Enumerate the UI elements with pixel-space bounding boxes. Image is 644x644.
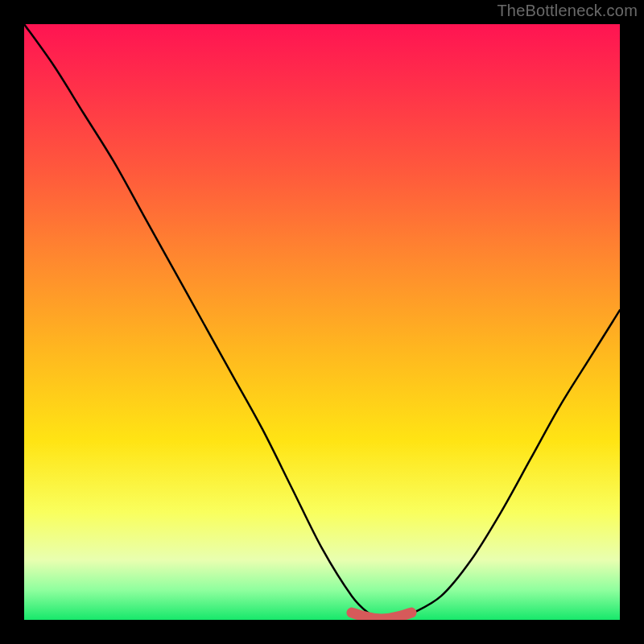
plot-area	[24, 24, 620, 620]
bottleneck-curve-path	[24, 24, 620, 620]
watermark-text: TheBottleneck.com	[497, 2, 638, 20]
chart-frame: TheBottleneck.com	[0, 0, 644, 644]
optimal-zone-path	[352, 613, 411, 619]
chart-svg	[24, 24, 620, 620]
